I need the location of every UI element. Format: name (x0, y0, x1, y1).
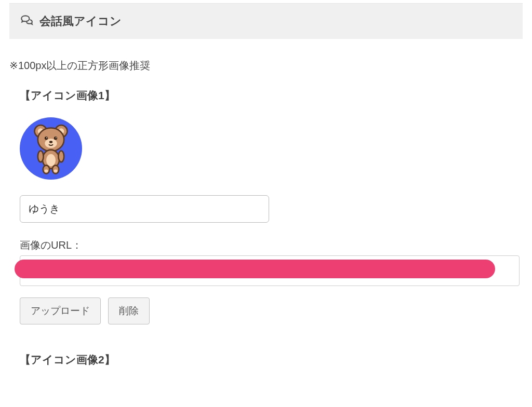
icon-name-input[interactable] (20, 195, 269, 223)
url-label: 画像のURL： (20, 238, 512, 252)
avatar-preview (20, 117, 82, 180)
svg-point-6 (45, 137, 48, 140)
svg-point-7 (54, 137, 57, 140)
bear-icon (28, 123, 74, 174)
svg-point-12 (46, 154, 56, 166)
icon1-section: 【アイコン画像1】 (0, 78, 532, 352)
svg-point-9 (56, 137, 57, 138)
url-input[interactable] (20, 255, 520, 286)
chat-icon (20, 13, 33, 30)
delete-button[interactable]: 削除 (108, 297, 150, 324)
svg-point-17 (44, 170, 48, 172)
section-header: 会話風アイコン (9, 3, 523, 39)
icon2-title: 【アイコン画像2】 (0, 352, 532, 367)
svg-point-10 (49, 141, 52, 143)
svg-point-13 (38, 151, 44, 162)
svg-point-18 (54, 170, 57, 172)
hint-text: ※100px以上の正方形画像推奨 (0, 39, 532, 78)
svg-point-14 (58, 151, 64, 162)
icon1-title: 【アイコン画像1】 (20, 88, 512, 103)
svg-point-5 (45, 139, 57, 148)
upload-button[interactable]: アップロード (20, 297, 101, 324)
header-title-text: 会話風アイコン (39, 13, 122, 29)
svg-point-8 (46, 137, 47, 138)
